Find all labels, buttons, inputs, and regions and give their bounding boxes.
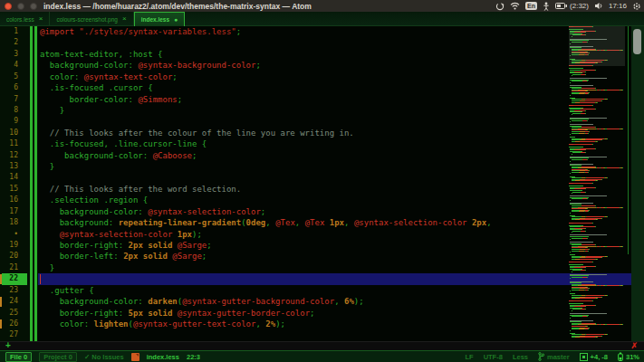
minimap[interactable] xyxy=(569,26,625,341)
line-number[interactable]: 9 xyxy=(0,116,18,127)
battery-indicator[interactable]: (2:32) xyxy=(555,2,589,10)
code-line[interactable]: 15 // This looks after the word selectio… xyxy=(0,184,644,195)
line-number[interactable]: 6 xyxy=(0,82,18,93)
line-number[interactable]: 18 xyxy=(0,217,18,228)
wrap-guide-line xyxy=(628,26,629,254)
code-line[interactable]: 23 .gutter { xyxy=(0,285,644,296)
wrap-indicator[interactable]: • xyxy=(0,229,18,240)
add-icon[interactable]: + xyxy=(5,341,11,350)
line-number[interactable]: 26 xyxy=(0,319,18,329)
line-number[interactable]: 25 xyxy=(0,308,18,319)
git-diff[interactable]: +4, -8 xyxy=(580,353,608,361)
code-text: background-color: darken(@syntax-gutter-… xyxy=(40,296,364,307)
code-line[interactable]: 25 border-right: 5px solid @syntax-gutte… xyxy=(0,308,644,319)
keyboard-layout-indicator[interactable]: En xyxy=(525,2,537,10)
line-number[interactable]: 21 xyxy=(0,262,18,273)
wifi-icon[interactable] xyxy=(510,2,520,10)
code-text: border-right: 2px solid @Sarge; xyxy=(40,240,212,251)
git-branch[interactable]: master xyxy=(538,352,570,361)
text-editor[interactable]: 1@import "./styles/syntax-variables.less… xyxy=(0,26,644,341)
status-file-name[interactable]: index.less xyxy=(147,353,179,361)
vertical-scrollbar[interactable] xyxy=(631,26,644,341)
tab-colors-less[interactable]: colors.less × xyxy=(0,12,50,26)
linter-project-errors[interactable]: Project 0 xyxy=(39,352,77,362)
line-number[interactable]: 15 xyxy=(0,184,18,195)
accessibility-icon[interactable] xyxy=(543,2,550,11)
sync-indicator-icon[interactable] xyxy=(495,2,505,11)
code-line[interactable]: 19 border-right: 2px solid @Sarge; xyxy=(0,240,644,251)
status-cursor-position[interactable]: 22:3 xyxy=(187,353,200,361)
tab-close-icon[interactable]: × xyxy=(122,15,127,23)
line-number[interactable]: 12 xyxy=(0,150,18,161)
line-number[interactable]: 13 xyxy=(0,161,18,172)
tab-modified-dot[interactable]: ● xyxy=(174,16,178,24)
code-line[interactable]: 10 // This looks after the colour of the… xyxy=(0,128,644,138)
code-line[interactable]: 4 background-color: @syntax-background-c… xyxy=(0,60,644,71)
bottom-dock-bar: + ✗ xyxy=(0,341,644,350)
line-number[interactable]: 14 xyxy=(0,172,18,183)
linter-file-errors[interactable]: File 0 xyxy=(5,352,32,362)
code-line[interactable]: 7 border-color: @Simmons; xyxy=(0,94,644,105)
line-ending-indicator[interactable]: LF xyxy=(465,353,473,361)
linter-status[interactable]: ✓ No Issues xyxy=(84,353,124,361)
line-number[interactable]: 17 xyxy=(0,206,18,217)
code-line[interactable]: 18 background: repeating-linear-gradient… xyxy=(0,217,644,228)
code-line[interactable]: 3atom-text-editor, :host { xyxy=(0,49,644,60)
minimap-visible-area[interactable] xyxy=(569,26,625,66)
window-maximize-button[interactable] xyxy=(30,3,37,10)
tab-index-less[interactable]: index.less ● xyxy=(134,12,186,26)
line-number[interactable]: 20 xyxy=(0,251,18,262)
line-number[interactable]: 3 xyxy=(0,49,18,60)
code-line[interactable]: 27 xyxy=(0,329,644,340)
volume-icon[interactable] xyxy=(594,2,603,10)
code-line[interactable]: 9 xyxy=(0,116,644,127)
code-line[interactable]: 21 } xyxy=(0,262,644,273)
window-minimize-button[interactable] xyxy=(17,3,24,10)
line-number[interactable]: 8 xyxy=(0,105,18,116)
line-number[interactable]: 11 xyxy=(0,138,18,149)
code-text: border-color: @Simmons; xyxy=(40,94,182,105)
line-number[interactable]: 5 xyxy=(0,71,18,82)
code-line[interactable]: 24 background-color: darken(@syntax-gutt… xyxy=(0,296,644,307)
window-close-button[interactable] xyxy=(5,3,12,10)
system-tray: En (2:32) 17:16 xyxy=(495,0,641,12)
session-gear-icon[interactable] xyxy=(632,2,641,11)
code-line[interactable]: 5 color: @syntax-text-color; xyxy=(0,71,644,82)
tab-close-icon[interactable]: × xyxy=(39,15,43,23)
scrollbar-thumb[interactable] xyxy=(633,29,641,54)
code-line[interactable]: • @syntax-selection-color 1px); xyxy=(0,229,644,240)
line-number[interactable]: 27 xyxy=(0,329,18,340)
code-line[interactable]: 26 color: lighten(@syntax-gutter-text-co… xyxy=(0,319,644,329)
code-line[interactable]: 6 .is-focused .cursor { xyxy=(0,82,644,93)
code-line[interactable]: 13 } xyxy=(0,161,644,172)
code-line[interactable]: 17 background-color: @syntax-selection-c… xyxy=(0,206,644,217)
code-line[interactable]: 16 .selection .region { xyxy=(0,195,644,205)
grammar-indicator[interactable]: Less xyxy=(513,353,528,361)
code-line[interactable]: 14 xyxy=(0,172,644,183)
line-number[interactable]: 1 xyxy=(0,26,18,37)
text-cursor xyxy=(40,274,41,283)
code-line[interactable]: 20 border-left: 2px solid @Sarge; xyxy=(0,251,644,262)
code-text: // This looks after the colour of the li… xyxy=(40,128,354,138)
line-number[interactable]: 23 xyxy=(0,285,18,296)
encoding-indicator[interactable]: UTF-8 xyxy=(484,353,503,361)
code-line[interactable]: 11 .is-focused, .line.cursor-line { xyxy=(0,138,644,149)
notifications-icon[interactable] xyxy=(131,353,139,361)
line-number[interactable]: 7 xyxy=(0,94,18,105)
line-number[interactable]: 24 xyxy=(0,296,18,307)
line-number[interactable]: 16 xyxy=(0,195,18,205)
line-number[interactable]: 2 xyxy=(0,37,18,48)
code-line[interactable]: 12 background-color: @Caboose; xyxy=(0,150,644,161)
code-line[interactable]: 1@import "./styles/syntax-variables.less… xyxy=(0,26,644,37)
close-panel-icon[interactable]: ✗ xyxy=(630,342,638,350)
line-number[interactable]: 19 xyxy=(0,240,18,251)
clock[interactable]: 17:16 xyxy=(609,2,627,10)
code-line[interactable]: 2 xyxy=(0,37,644,48)
tab-colours-screenshot-png[interactable]: colours-screenshot.png × xyxy=(50,12,133,26)
tab-label: colors.less xyxy=(6,16,34,23)
line-number[interactable]: 4 xyxy=(0,60,18,71)
code-line[interactable]: 8 } xyxy=(0,105,644,116)
code-line[interactable]: 22 xyxy=(0,273,644,284)
line-number[interactable]: 22 xyxy=(0,273,18,284)
line-number[interactable]: 10 xyxy=(0,128,18,138)
